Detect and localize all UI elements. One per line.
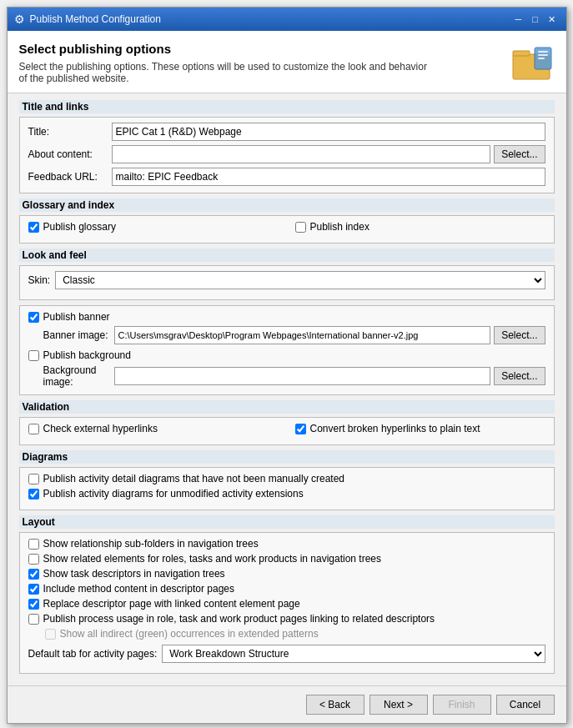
section-title-links: Title and links Title: About content: Se… [19,100,555,193]
title-bar: ⚙ Publish Method Configuration ─ □ ✕ [8,8,566,31]
back-button[interactable]: < Back [306,695,364,715]
convert-broken-checkbox[interactable] [295,424,306,434]
background-image-label: Background image: [43,364,114,388]
footer: < Back Next > Finish Cancel [8,685,566,723]
feedback-input[interactable] [112,168,545,186]
check-external-label: Check external hyperlinks [43,423,158,434]
check-external-row: Check external hyperlinks [28,423,279,434]
svg-rect-3 [538,51,548,53]
skin-row: Skin: Classic Modern Simple [28,271,545,289]
validation-box: Check external hyperlinks Convert broken… [19,417,555,445]
title-label: Title: [28,126,112,138]
section-diagrams: Diagrams Publish activity detail diagram… [19,450,555,510]
title-bar-left: ⚙ Publish Method Configuration [14,13,161,26]
layout-checkbox-2[interactable] [28,569,39,580]
section-validation-label: Validation [19,400,555,414]
banner-image-row: Banner image: Select... [43,326,545,344]
about-select-button[interactable]: Select... [494,145,545,163]
header-section: Select publishing options Select the pub… [8,31,566,93]
finish-button[interactable]: Finish [433,695,491,715]
publish-activity-diagrams-checkbox[interactable] [28,489,39,500]
publish-background-checkbox[interactable] [28,350,39,361]
convert-broken-label: Convert broken hyperlinks to plain text [310,423,480,434]
title-links-box: Title: About content: Select... Feedback… [19,117,555,193]
minimize-button[interactable]: ─ [511,13,526,26]
dialog-window: ⚙ Publish Method Configuration ─ □ ✕ Sel… [7,7,567,724]
section-look-feel-label: Look and feel [19,249,555,262]
layout-label-1: Show related elements for roles, tasks a… [43,553,382,565]
section-publish-banner: Publish banner Banner image: Select... P… [19,305,555,395]
layout-checkbox-1[interactable] [28,554,39,565]
header-icon [511,41,555,84]
layout-box: Show relationship sub-folders in navigat… [19,532,555,674]
content-area: Title and links Title: About content: Se… [8,93,566,685]
section-glossary-label: Glossary and index [19,198,555,212]
header-title: Select publishing options [19,42,436,56]
banner-select-button[interactable]: Select... [494,326,545,344]
section-layout: Layout Show relationship sub-folders in … [19,515,555,674]
title-row: Title: [28,123,545,141]
about-input[interactable] [112,145,491,163]
publish-glossary-label: Publish glossary [43,221,116,233]
publish-glossary-row: Publish glossary [28,221,279,233]
publish-banner-box: Publish banner Banner image: Select... P… [19,305,555,395]
publish-banner-label: Publish banner [43,311,110,323]
default-tab-select[interactable]: Work Breakdown Structure Team Allocation… [162,645,545,663]
diagrams-box: Publish activity detail diagrams that ha… [19,467,555,510]
header-description: Select the publishing options. These opt… [19,61,436,84]
layout-item-4: Replace descriptor page with linked cont… [28,598,545,610]
background-image-input[interactable] [114,367,491,385]
section-glossary: Glossary and index Publish glossary Publ… [19,198,555,244]
dialog-icon: ⚙ [14,13,25,26]
svg-rect-1 [513,51,530,56]
default-tab-row: Default tab for activity pages: Work Bre… [28,645,545,663]
section-layout-label: Layout [19,515,555,529]
feedback-row: Feedback URL: [28,168,545,186]
publish-index-row: Publish index [295,221,545,233]
about-label: About content: [28,148,112,160]
layout-checkbox-indent [45,629,56,640]
publish-banner-row: Publish banner [28,311,545,323]
background-select-button[interactable]: Select... [494,367,545,385]
section-title-links-label: Title and links [19,100,555,113]
publish-index-checkbox[interactable] [295,222,306,233]
layout-checkbox-4[interactable] [28,599,39,610]
layout-label-5: Publish process usage in role, task and … [43,613,435,625]
publish-activity-detail-checkbox[interactable] [28,474,39,484]
check-external-checkbox[interactable] [28,424,39,434]
publish-banner-checkbox[interactable] [28,312,39,323]
publish-glossary-checkbox[interactable] [28,222,39,233]
publish-activity-diagrams-label: Publish activity diagrams for unmodified… [43,488,304,500]
title-bar-controls: ─ □ ✕ [511,13,560,26]
glossary-cols: Publish glossary Publish index [28,221,545,236]
convert-broken-row: Convert broken hyperlinks to plain text [295,423,545,434]
layout-checkbox-0[interactable] [28,539,39,550]
layout-item-3: Include method content in descriptor pag… [28,583,545,595]
about-row: About content: Select... [28,145,545,163]
default-tab-label: Default tab for activity pages: [28,648,158,660]
glossary-box: Publish glossary Publish index [19,215,555,244]
svg-rect-4 [538,54,548,56]
layout-checkbox-3[interactable] [28,584,39,595]
layout-label-0: Show relationship sub-folders in navigat… [43,538,259,550]
skin-select[interactable]: Classic Modern Simple [55,271,545,289]
publish-index-label: Publish index [310,221,369,233]
validation-cols: Check external hyperlinks Convert broken… [28,423,545,438]
layout-label-2: Show task descriptors in navigation tree… [43,568,225,580]
cancel-button[interactable]: Cancel [496,695,555,715]
svg-rect-5 [538,58,545,59]
maximize-button[interactable]: □ [528,13,543,26]
next-button[interactable]: Next > [369,695,428,715]
section-validation: Validation Check external hyperlinks Con… [19,400,555,445]
layout-label-3: Include method content in descriptor pag… [43,583,234,595]
layout-item-0: Show relationship sub-folders in navigat… [28,538,545,550]
layout-item-1: Show related elements for roles, tasks a… [28,553,545,565]
title-input[interactable] [112,123,545,141]
skin-label: Skin: [28,274,51,286]
publish-background-row: Publish background [28,349,545,361]
close-button[interactable]: ✕ [545,13,560,26]
section-look-feel: Look and feel Skin: Classic Modern Simpl… [19,249,555,300]
banner-image-input[interactable] [114,326,491,344]
header-text: Select publishing options Select the pub… [19,42,436,84]
layout-checkbox-5[interactable] [28,614,39,625]
